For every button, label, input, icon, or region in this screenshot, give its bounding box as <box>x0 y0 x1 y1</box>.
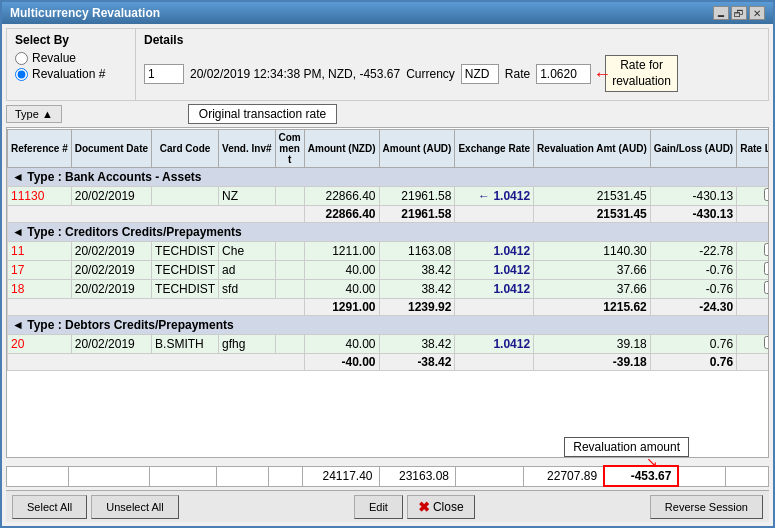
cell-reval-amt: 39.18 <box>534 335 651 354</box>
rate-callout-text: Rate forrevaluation <box>612 58 671 88</box>
total-amt-nzd: 24117.40 <box>302 466 379 486</box>
type-sort-button[interactable]: Type ▲ <box>6 105 62 123</box>
rate-callout-arrow: ← <box>593 63 611 84</box>
cell-gain-loss: -430.13 <box>650 187 736 206</box>
edit-button[interactable]: Edit <box>354 495 403 519</box>
content-area: Select By Revalue Revaluation # Details <box>2 24 773 526</box>
revaluation-row: 20/02/2019 12:34:38 PM, NZD, -453.67 Cur… <box>144 51 760 96</box>
restore-button[interactable]: 🗗 <box>731 6 747 20</box>
cell-date: 20/02/2019 <box>71 335 151 354</box>
reverse-session-button[interactable]: Reverse Session <box>650 495 763 519</box>
col-header-inv: Vend. Inv# <box>219 129 275 167</box>
cell-exch-rate: 1.0412 <box>455 335 534 354</box>
unselect-all-button[interactable]: Unselect All <box>91 495 178 519</box>
col-header-comment: Comment <box>275 129 304 167</box>
subtotal-amt-aud: 1239.92 <box>379 299 455 316</box>
currency-input[interactable] <box>461 64 499 84</box>
subtotal-gain: -430.13 <box>650 206 736 223</box>
col-header-exch: Exchange Rate <box>455 129 534 167</box>
title-bar-buttons: 🗕 🗗 ✕ <box>713 6 765 20</box>
main-table: Reference # Document Date Card Code Vend… <box>7 128 769 371</box>
cell-inv: sfd <box>219 280 275 299</box>
details-panel: Details 20/02/2019 12:34:38 PM, NZD, -45… <box>136 28 769 101</box>
select-by-panel: Select By Revalue Revaluation # <box>6 28 136 101</box>
cell-card: B.SMITH <box>152 335 219 354</box>
cell-locked[interactable] <box>737 280 769 299</box>
orig-callout-container: Original transaction rate ↙ <box>188 104 337 124</box>
cell-reval-amt: 37.66 <box>534 261 651 280</box>
rate-callout-container: Rate forrevaluation ← <box>605 55 678 92</box>
orig-callout-box: Original transaction rate <box>188 104 337 124</box>
section-label-debtors: ◄ Type : Debtors Credits/Prepayments <box>8 316 770 335</box>
total-exch <box>456 466 524 486</box>
cell-amt-aud: 38.42 <box>379 335 455 354</box>
locked-checkbox[interactable] <box>764 243 769 256</box>
cell-comment <box>275 280 304 299</box>
revalue-radio-item[interactable]: Revalue <box>15 51 127 65</box>
table-row: 20 20/02/2019 B.SMITH gfhg 40.00 38.42 1… <box>8 335 770 354</box>
revaluation-radio-item[interactable]: Revaluation # <box>15 67 127 81</box>
subtotal-exch <box>455 354 534 371</box>
cell-locked[interactable] <box>737 261 769 280</box>
cell-ref: 20 <box>8 335 72 354</box>
cell-amt-aud: 38.42 <box>379 280 455 299</box>
total-spacer2 <box>68 466 149 486</box>
total-gain-loss: -453.67 <box>604 466 678 486</box>
subtotal-spacer <box>8 206 305 223</box>
cell-exch-rate: 1.0412 <box>455 261 534 280</box>
window-close-button[interactable]: ✕ <box>749 6 765 20</box>
col-header-amt-nzd: Amount (NZD) <box>304 129 379 167</box>
reval-callout-arrow: ↘ <box>646 454 658 470</box>
left-buttons: Select All Unselect All <box>12 495 179 519</box>
subtotal-exch <box>455 206 534 223</box>
table-row: 17 20/02/2019 TECHDIST ad 40.00 38.42 1.… <box>8 261 770 280</box>
locked-checkbox[interactable] <box>764 281 769 294</box>
close-icon: ✖ <box>418 499 430 515</box>
subtotal-row-debtors: -40.00 -38.42 -39.18 0.76 <box>8 354 770 371</box>
subtotal-reval: 21531.45 <box>534 206 651 223</box>
col-header-doc-date: Document Date <box>71 129 151 167</box>
subtotal-row-creditors: 1291.00 1239.92 1215.62 -24.30 <box>8 299 770 316</box>
cell-inv: ad <box>219 261 275 280</box>
cell-card: TECHDIST <box>152 242 219 261</box>
cell-locked[interactable] <box>737 242 769 261</box>
subtotal-amt-nzd: 1291.00 <box>304 299 379 316</box>
cell-reval-amt: 21531.45 <box>534 187 651 206</box>
cell-gain-loss: -0.76 <box>650 280 736 299</box>
revaluation-number-input[interactable] <box>144 64 184 84</box>
revaluation-radio[interactable] <box>15 68 28 81</box>
select-by-label: Select By <box>15 33 127 47</box>
table-row: 11 20/02/2019 TECHDIST Che 1211.00 1163.… <box>8 242 770 261</box>
col-header-amt-aud: Amount (AUD) <box>379 129 455 167</box>
locked-checkbox[interactable] <box>764 336 769 349</box>
rate-callout-box: Rate forrevaluation <box>605 55 678 92</box>
section-label-creditors: ◄ Type : Creditors Credits/Prepayments <box>8 223 770 242</box>
cell-amt-nzd: 40.00 <box>304 280 379 299</box>
select-all-button[interactable]: Select All <box>12 495 87 519</box>
total-spacer5 <box>269 466 303 486</box>
subtotal-amt-aud: 21961.58 <box>379 206 455 223</box>
cell-comment <box>275 335 304 354</box>
subtotal-reval: 1215.62 <box>534 299 651 316</box>
revalue-radio[interactable] <box>15 52 28 65</box>
minimize-button[interactable]: 🗕 <box>713 6 729 20</box>
cell-exch-rate: 1.0412 <box>455 242 534 261</box>
date-time-text: 20/02/2019 12:34:38 PM, NZD, -453.67 <box>190 67 400 81</box>
cell-amt-nzd: 40.00 <box>304 335 379 354</box>
locked-checkbox[interactable] <box>764 188 769 201</box>
close-button[interactable]: ✖ Close <box>407 495 475 519</box>
cell-locked[interactable] <box>737 187 769 206</box>
cell-comment <box>275 261 304 280</box>
section-label-bank: ◄ Type : Bank Accounts - Assets <box>8 167 770 187</box>
revaluation-callout-box: Revaluation amount ↘ <box>564 437 689 457</box>
revaluation-callout-text: Revaluation amount <box>573 440 680 454</box>
cell-locked[interactable] <box>737 335 769 354</box>
cell-exch-rate: 1.0412 <box>455 280 534 299</box>
subtotal-end <box>737 299 769 316</box>
total-select <box>726 466 769 486</box>
table-row: 11130 20/02/2019 NZ 22866.40 21961.58 ← … <box>8 187 770 206</box>
cell-amt-aud: 21961.58 <box>379 187 455 206</box>
locked-checkbox[interactable] <box>764 262 769 275</box>
rate-input[interactable] <box>536 64 591 84</box>
revalue-label: Revalue <box>32 51 76 65</box>
